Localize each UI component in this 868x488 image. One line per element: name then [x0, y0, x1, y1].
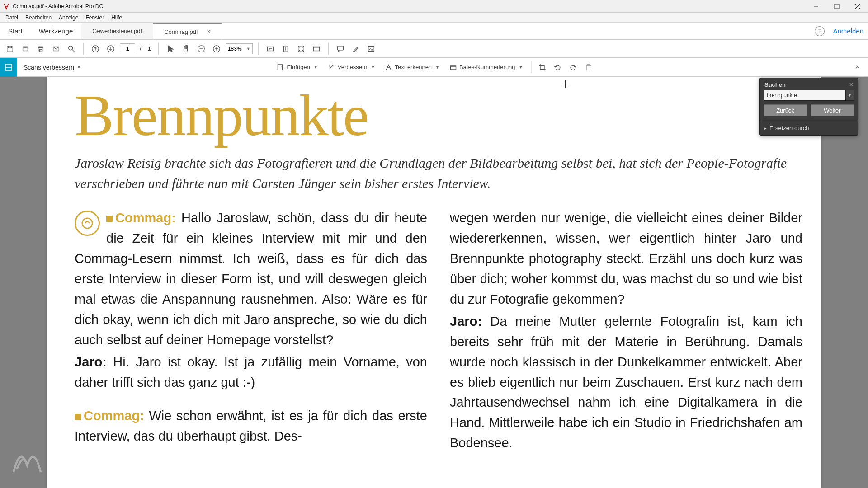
save-icon[interactable] — [4, 42, 16, 55]
rotate-cw-icon[interactable] — [566, 60, 580, 75]
highlight-icon[interactable] — [349, 42, 362, 55]
menu-edit[interactable]: Bearbeiten — [22, 13, 55, 22]
fit-width-icon[interactable] — [264, 42, 277, 55]
close-window-button[interactable] — [847, 0, 868, 13]
window-controls — [806, 0, 868, 13]
chevron-down-icon: ▼ — [246, 47, 250, 51]
svg-rect-7 — [24, 46, 27, 48]
crop-icon[interactable] — [535, 60, 550, 75]
svg-rect-8 — [38, 47, 43, 51]
search-prev-button[interactable]: Zurück — [764, 104, 807, 116]
tab-tools[interactable]: Werkzeuge — [31, 23, 82, 39]
chevron-down-icon: ▼ — [77, 65, 81, 70]
comment-icon[interactable] — [334, 42, 347, 55]
titlebar: Commag.pdf - Adobe Acrobat Pro DC — [0, 0, 868, 13]
close-toolbar-icon[interactable]: × — [851, 62, 863, 72]
search-dropdown-icon[interactable]: ▼ — [846, 90, 854, 101]
fit-visible-icon[interactable] — [295, 42, 307, 55]
next-page-icon[interactable] — [104, 42, 117, 55]
speaker-commag: Commag: — [84, 408, 144, 423]
hand-icon[interactable] — [179, 42, 192, 55]
minimize-button[interactable] — [806, 0, 826, 13]
insert-button[interactable]: Einfügen▼ — [273, 62, 322, 73]
tab-start[interactable]: Start — [0, 23, 31, 39]
delete-icon[interactable] — [581, 60, 596, 75]
close-tab-icon[interactable]: × — [207, 28, 211, 35]
menu-help[interactable]: Hilfe — [108, 13, 126, 22]
scan-toolbar: Scans verbessern ▼ Einfügen▼ Verbessern▼… — [0, 58, 868, 77]
svg-rect-26 — [368, 46, 374, 51]
acrobat-icon — [3, 3, 10, 10]
menu-window[interactable]: Fenster — [82, 13, 108, 22]
svg-rect-30 — [450, 66, 456, 70]
page-total: 1 — [146, 45, 153, 52]
search-next-button[interactable]: Weiter — [811, 104, 854, 116]
tab-row: Start Werkzeuge Gewerbesteuer.pdf Commag… — [0, 23, 868, 40]
column-left: Commag: Hallo Jaroslaw, schön, dass du d… — [75, 208, 427, 455]
enhance-button[interactable]: Verbessern▼ — [323, 62, 380, 73]
print2-icon[interactable] — [34, 42, 47, 55]
svg-point-29 — [330, 66, 330, 66]
menubar: Datei Bearbeiten Anzeige Fenster Hilfe — [0, 13, 868, 23]
bates-button[interactable]: Bates-Nummerierung▼ — [445, 62, 527, 73]
doc-intro: Jaroslaw Reisig brachte sich das Fotogra… — [75, 153, 798, 193]
zoom-select[interactable]: 183%▼ — [226, 43, 253, 54]
svg-rect-28 — [278, 65, 283, 70]
menu-view[interactable]: Anzeige — [55, 13, 82, 22]
mail-icon[interactable] — [50, 42, 62, 55]
svg-rect-4 — [7, 46, 13, 52]
pdf-page: Brennpunkte Jaroslaw Reisig brachte sich… — [47, 77, 821, 488]
zoom-in-icon[interactable] — [210, 42, 223, 55]
speaker-commag: Commag: — [115, 211, 176, 225]
svg-rect-5 — [8, 46, 11, 48]
maximize-button[interactable] — [826, 0, 847, 13]
column-right: wegen werden nur wenige, die vielleicht … — [450, 208, 802, 455]
doc-heading: Brennpunkte — [75, 86, 802, 145]
prev-page-icon[interactable] — [89, 42, 102, 55]
search-title: Suchen — [764, 81, 786, 88]
search-panel: Suchen × ▼ Zurück Weiter ▸ Ersetzen durc… — [760, 78, 858, 136]
menu-file[interactable]: Datei — [2, 13, 22, 22]
zoom-out-icon[interactable] — [195, 42, 208, 55]
sign-icon[interactable] — [365, 42, 377, 55]
print-icon[interactable] — [19, 42, 32, 55]
page-separator: / — [138, 45, 143, 52]
chevron-right-icon: ▸ — [764, 126, 767, 131]
main-toolbar: / 1 183%▼ — [0, 40, 868, 58]
svg-rect-24 — [314, 47, 320, 51]
ocr-button[interactable]: Text erkennen▼ — [380, 62, 444, 73]
svg-point-32 — [82, 218, 93, 229]
read-mode-icon[interactable] — [310, 42, 323, 55]
scan-enhance-dropdown[interactable]: Scans verbessern ▼ — [17, 64, 87, 71]
document-viewport[interactable]: Brennpunkte Jaroslaw Reisig brachte sich… — [0, 77, 868, 488]
interview-icon — [75, 211, 100, 236]
select-icon[interactable] — [164, 42, 177, 55]
rotate-ccw-icon[interactable] — [551, 60, 565, 75]
replace-toggle[interactable]: ▸ Ersetzen durch — [760, 121, 858, 135]
speaker-jaro: Jaro: — [450, 314, 482, 328]
watermark-icon — [7, 438, 47, 479]
search-input[interactable] — [764, 90, 846, 101]
window-title: Commag.pdf - Adobe Acrobat Pro DC — [13, 3, 103, 9]
fit-page-icon[interactable] — [279, 42, 292, 55]
search-icon[interactable] — [65, 42, 78, 55]
scan-tool-icon[interactable] — [0, 58, 17, 77]
bullet-icon — [75, 414, 81, 420]
svg-rect-6 — [23, 48, 28, 51]
svg-rect-1 — [835, 4, 839, 9]
doc-tab-1[interactable]: Gewerbesteuer.pdf — [81, 23, 153, 39]
bullet-icon — [106, 216, 113, 222]
svg-point-12 — [69, 46, 73, 50]
help-icon[interactable]: ? — [815, 26, 825, 36]
close-search-icon[interactable]: × — [849, 81, 853, 88]
doc-tab-2[interactable]: Commag.pdf × — [153, 23, 222, 39]
svg-line-13 — [72, 49, 75, 52]
page-number-input[interactable] — [120, 43, 135, 54]
speaker-jaro: Jaro: — [75, 355, 107, 369]
crosshair-cursor — [561, 80, 569, 88]
svg-rect-9 — [39, 46, 42, 47]
login-link[interactable]: Anmelden — [833, 27, 863, 35]
